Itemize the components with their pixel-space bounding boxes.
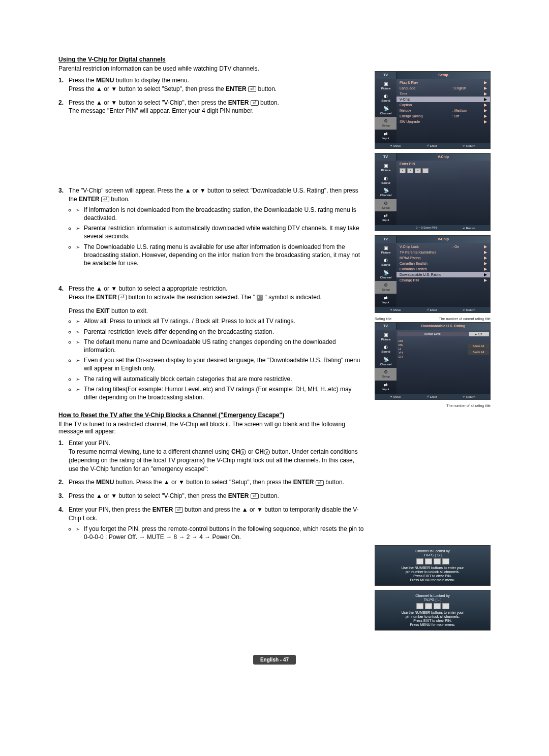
step4-sub5: The rating will automatically block cert…	[76, 375, 364, 383]
nav-channel: 📡Channel	[375, 105, 396, 117]
step4-sub3: The default menu name and Downloadable U…	[76, 338, 364, 354]
enter-icon: ⏎	[101, 197, 109, 202]
step4-line2: Press the ENTER ⏎ button to activate the…	[69, 294, 322, 301]
step4-sub6: The rating titles(For example: Humor Lev…	[76, 385, 364, 401]
section1-heading: Using the V-Chip for Digital channels	[58, 56, 364, 63]
step1-line1: Press the MENU button to display the men…	[69, 77, 189, 84]
step-3: 3. The "V-Chip" screen will appear. Pres…	[58, 186, 364, 279]
osd-tv-label: TV	[375, 72, 396, 79]
s2-step2: 2. Press the MENU button. Press the ▲ or…	[58, 478, 364, 487]
osd-vchip: TVV-Chip ▣Picture ◐Sound 📡Channel ⚙Setup…	[375, 235, 491, 313]
enter-icon: ⏎	[251, 100, 259, 106]
step3-sub2: Parental restriction information is auto…	[76, 224, 364, 240]
step-2: 2. Press the ▲ or ▼ button to select "V-…	[58, 99, 364, 182]
step3-sub1: If information is not downloaded from th…	[76, 206, 364, 222]
step2-line1: Press the ▲ or ▼ button to select "V-Chi…	[69, 99, 279, 106]
section1-intro: Parental restriction information can be …	[58, 65, 364, 72]
step-1: 1. Press the MENU button to display the …	[58, 76, 364, 93]
step3-sub3: The Downloadable U.S. rating menu is ava…	[76, 243, 364, 268]
nav-setup: ⚙Setup	[375, 117, 396, 129]
allow-all: Allow All	[468, 343, 489, 349]
step4-sublist: Allow all: Press to unlock all TV rating…	[69, 317, 364, 401]
s2-step1: 1. Enter your PIN. To resume normal view…	[58, 439, 364, 473]
osd-setup: TVSetup ▣Picture ◐Sound 📡Channel ⚙Setup …	[375, 71, 491, 149]
enter-icon: ⏎	[175, 507, 183, 513]
enter-icon: ⏎	[316, 480, 324, 486]
lock-icon	[257, 295, 263, 301]
rating-levels: DH MH H VH EH	[396, 336, 468, 393]
step-4: 4. Press the ▲ or ▼ button to select a a…	[58, 285, 364, 401]
s2-step4: 4. Enter your PIN, then press the ENTER …	[58, 506, 364, 541]
step4-sub2: Parental restriction levels differ depen…	[76, 328, 364, 336]
step4-sub1: Allow all: Press to unlock all TV rating…	[76, 317, 364, 325]
row-downloadable: Downloadable U.S. Rating▶	[396, 272, 490, 277]
rating-label-bottom: The number of all rating title	[375, 404, 491, 408]
locked-box-s: Channel Is Locked by TV-PG [ S ] Use the…	[375, 545, 491, 586]
nav-picture: ▣Picture	[375, 80, 396, 92]
s2-step4-sublist: If you forget the PIN, press the remote-…	[69, 525, 364, 541]
section2-steps: 1. Enter your PIN. To resume normal view…	[58, 439, 364, 541]
step3-line1: The "V-Chip" screen will appear. Press t…	[69, 187, 358, 203]
osd-downloadable-rating: TVDownloadable U.S. Rating ▣Picture ◐Sou…	[375, 322, 491, 400]
section2-heading: How to Reset the TV after the V-Chip Blo…	[58, 412, 364, 419]
step3-sublist: If information is not downloaded from th…	[69, 206, 364, 267]
step4-exit: Press the EXIT button to exit.	[69, 307, 364, 316]
pin-boxes: ***	[396, 166, 490, 175]
ch-up-icon: ∧	[240, 449, 246, 455]
block-all: Block All	[468, 350, 489, 355]
enter-icon: ⏎	[118, 295, 127, 300]
ch-down-icon: ∨	[264, 449, 270, 455]
s2-step3: 3. Press the ▲ or ▼ button to select "V-…	[58, 492, 364, 500]
rating-labels-top: Rating title The number of current ratin…	[375, 317, 491, 321]
osd-enter-pin: TVV-Chip ▣Picture ◐Sound 📡Channel ⚙Setup…	[375, 153, 491, 231]
s2-step4-sub1: If you forget the PIN, press the remote-…	[76, 525, 364, 541]
nav-sound: ◐Sound	[375, 92, 396, 104]
s2-step1b: To resume normal viewing, tune to a diff…	[69, 448, 358, 472]
step4-sub4: Even if you set the On-screen display to…	[76, 356, 364, 372]
step1-line2: Press the ▲ or ▼ button to select "Setup…	[69, 85, 277, 92]
osd-nav: ▣Picture ◐Sound 📡Channel ⚙Setup ⇄Input	[375, 79, 396, 143]
step4-line1: Press the ▲ or ▼ button to select a appr…	[69, 285, 228, 292]
step2-line2: The message "Enter PIN" will appear. Ent…	[69, 107, 254, 114]
nav-input: ⇄Input	[375, 130, 396, 142]
page-footer: English - 47	[58, 655, 491, 665]
osd-title-setup: Setup	[396, 72, 490, 79]
row-vchip: V-Chip▶	[396, 97, 490, 102]
locked-box-l: Channel Is Locked by TV-PG [ L ] Use the…	[375, 590, 491, 631]
section2-intro: If the TV is tuned to a restricted chann…	[58, 421, 364, 435]
enter-icon: ⏎	[248, 86, 256, 92]
section1-steps: 1. Press the MENU button to display the …	[58, 76, 364, 401]
enter-icon: ⏎	[251, 493, 259, 499]
